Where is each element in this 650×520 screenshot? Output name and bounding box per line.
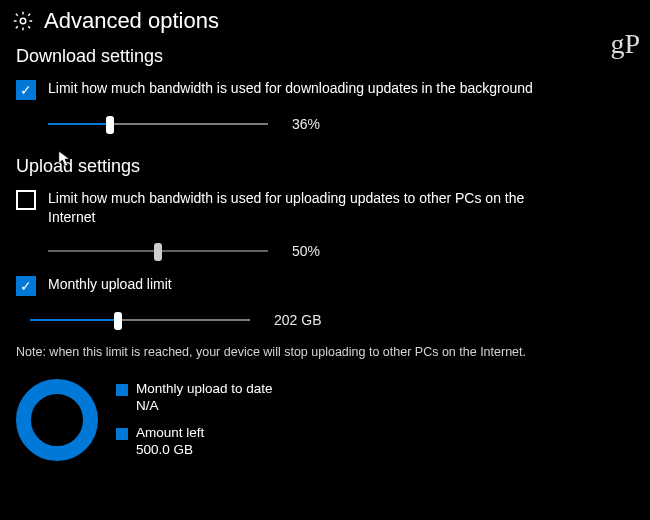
legend-swatch-uploaded	[116, 384, 128, 396]
legend-left-label: Amount left	[136, 425, 204, 442]
monthly-slider-value: 202 GB	[274, 312, 334, 328]
legend-uploaded-label: Monthly upload to date	[136, 381, 273, 398]
upload-limit-note: Note: when this limit is reached, your d…	[0, 334, 650, 369]
page-header: Advanced options	[0, 0, 650, 40]
gear-icon	[12, 10, 34, 32]
upload-usage-donut	[16, 379, 98, 461]
upload-limit-checkbox[interactable]	[16, 190, 36, 210]
download-limit-checkbox[interactable]	[16, 80, 36, 100]
upload-usage-chart-area: Monthly upload to date N/A Amount left 5…	[0, 369, 650, 471]
download-section-title: Download settings	[0, 40, 650, 75]
download-bandwidth-slider[interactable]	[48, 114, 268, 134]
monthly-limit-checkbox[interactable]	[16, 276, 36, 296]
legend-uploaded: Monthly upload to date N/A	[116, 381, 273, 415]
download-slider-wrap: 36%	[0, 104, 650, 138]
upload-section-title: Upload settings	[0, 138, 650, 185]
upload-slider-wrap: 50%	[0, 231, 650, 265]
legend-left-value: 500.0 GB	[136, 442, 204, 459]
legend-left: Amount left 500.0 GB	[116, 425, 273, 459]
legend-swatch-left	[116, 428, 128, 440]
monthly-upload-limit-slider[interactable]	[30, 310, 250, 330]
upload-slider-value: 50%	[292, 243, 352, 259]
upload-bandwidth-slider[interactable]	[48, 241, 268, 261]
page-title: Advanced options	[44, 8, 219, 34]
monthly-slider-wrap: 202 GB	[0, 300, 650, 334]
download-limit-row: Limit how much bandwidth is used for dow…	[0, 75, 650, 104]
legend-uploaded-value: N/A	[136, 398, 273, 415]
download-limit-label: Limit how much bandwidth is used for dow…	[48, 79, 533, 98]
upload-limit-row: Limit how much bandwidth is used for upl…	[0, 185, 650, 231]
monthly-limit-label: Monthly upload limit	[48, 275, 172, 294]
svg-point-0	[20, 18, 26, 24]
watermark-gp: gP	[610, 28, 640, 60]
monthly-limit-row: Monthly upload limit	[0, 265, 650, 300]
upload-limit-label: Limit how much bandwidth is used for upl…	[48, 189, 558, 227]
upload-usage-legend: Monthly upload to date N/A Amount left 5…	[116, 381, 273, 459]
download-slider-value: 36%	[292, 116, 352, 132]
